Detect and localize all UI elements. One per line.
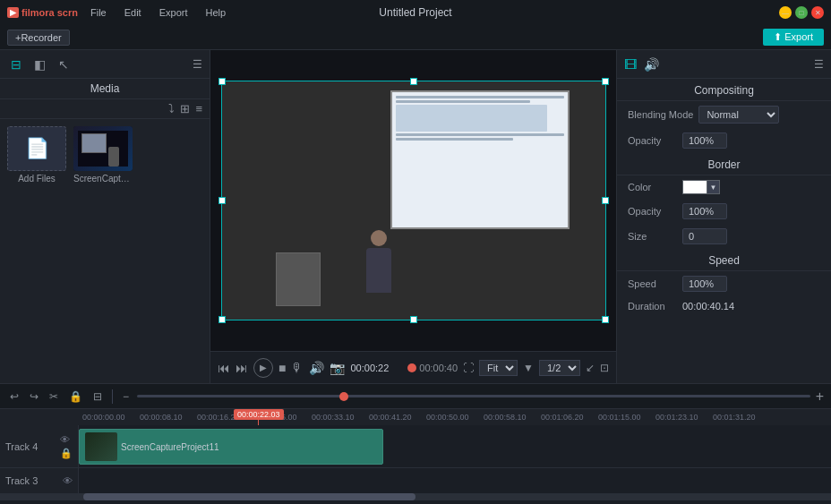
effects-tab-icon[interactable]: ◧ [30, 56, 49, 73]
recorder-button[interactable]: +Recorder [7, 30, 70, 46]
handle-bottom-left[interactable] [218, 316, 226, 323]
cut-button[interactable]: ✂ [47, 389, 61, 405]
menu-edit[interactable]: Edit [119, 5, 147, 20]
duration-row: Duration 00:00:40.14 [617, 296, 831, 316]
crop-button[interactable]: ⊡ [600, 362, 609, 374]
playhead-time-label: 00:00:22.03 [234, 409, 284, 420]
playhead-marker[interactable]: 00:00:22.03 [234, 409, 284, 425]
media-tab-icon[interactable]: ⊟ [7, 56, 25, 73]
fullscreen-button[interactable]: ⛶ [463, 362, 474, 374]
timeline-scroll-thumb[interactable] [83, 493, 416, 500]
minimize-button[interactable]: — [779, 6, 792, 19]
zoom-thumb[interactable] [339, 392, 348, 401]
menu-file[interactable]: File [85, 5, 112, 20]
border-color-dropdown[interactable]: ▼ [707, 180, 720, 194]
zoom-out-button[interactable]: − [120, 389, 132, 405]
render-button[interactable]: ↙ [586, 362, 595, 374]
speed-input[interactable]: 100% [682, 276, 727, 292]
import-icon[interactable]: ⤵ [168, 102, 175, 115]
track3-content[interactable] [79, 468, 831, 493]
handle-bottom-right[interactable] [602, 316, 609, 323]
video-screen-content [392, 92, 568, 227]
add-files-item[interactable]: 📄 Add Files [7, 126, 66, 376]
border-title: Border [617, 153, 831, 175]
media-grid: 📄 Add Files ScreenCaptureP... [0, 119, 210, 383]
ruler-tick: 00:00:50.00 [424, 413, 482, 422]
video-person [365, 230, 392, 302]
mic-button[interactable]: 🎙 [291, 361, 304, 375]
border-size-input[interactable]: 0 [682, 228, 727, 244]
close-button[interactable]: ✕ [811, 6, 824, 19]
track4-clip[interactable]: ScreenCaptureProject11 [79, 429, 383, 465]
timeline-scrollbar[interactable] [0, 493, 831, 500]
zoom-track[interactable] [137, 395, 810, 397]
border-opacity-row: Opacity 100% [617, 199, 831, 224]
handle-top-center[interactable] [410, 78, 417, 85]
step-back-button[interactable]: ⏭ [236, 361, 248, 375]
screenshot-button[interactable]: 📷 [330, 361, 345, 375]
list-view-icon[interactable]: ≡ [195, 102, 202, 115]
track3-eye-icon[interactable]: 👁 [63, 475, 73, 486]
ruler-tick: 00:01:31.20 [711, 413, 768, 422]
play-button[interactable]: ▶ [253, 358, 273, 378]
project-title: Untitled Project [379, 6, 451, 19]
blending-mode-label: Blending Mode [628, 109, 693, 120]
handle-mid-right[interactable] [602, 197, 609, 204]
fit-select[interactable]: Fit [479, 360, 518, 376]
volume-button[interactable]: 🔊 [309, 361, 324, 375]
redo-button[interactable]: ↪ [27, 389, 41, 405]
export-button[interactable]: ⬆ Export [763, 29, 824, 46]
thumb-person [108, 147, 119, 167]
undo-button[interactable]: ↩ [7, 389, 21, 405]
person-head [371, 230, 387, 246]
media-label: Media [0, 79, 210, 99]
handle-top-left[interactable] [218, 78, 226, 85]
ruler-tick: 00:01:06.20 [539, 413, 596, 422]
toolbar-divider [112, 389, 113, 404]
handle-mid-left[interactable] [218, 197, 226, 204]
grid-view-icon[interactable]: ⊞ [180, 102, 190, 115]
track4-eye-icon[interactable]: 👁 [60, 434, 73, 445]
blending-mode-row: Blending Mode Normal [617, 101, 831, 128]
add-files-icon: 📄 [25, 137, 49, 160]
rp-menu-icon[interactable]: ☰ [814, 58, 824, 71]
timeline-ruler: 00:00:22.03 00:00:00.00 00:00:08.10 00:0… [0, 409, 831, 425]
opacity-input[interactable]: 100% [682, 132, 727, 149]
track4-content[interactable]: ScreenCaptureProject11 [79, 425, 831, 467]
logo-icon: ▶ [7, 7, 19, 18]
progress-bar[interactable] [409, 366, 414, 370]
ruler-tick: 00:01:23.10 [654, 413, 711, 422]
stop-button[interactable]: ■ [278, 361, 286, 375]
rp-audio-tab[interactable]: 🔊 [644, 57, 659, 72]
zoom-in-button[interactable]: + [816, 389, 824, 405]
split-button[interactable]: ⊟ [90, 389, 105, 405]
skip-to-start-button[interactable]: ⏮ [218, 361, 230, 375]
track4-lock-icon[interactable]: 🔒 [60, 448, 73, 459]
add-files-thumb[interactable]: 📄 [7, 126, 66, 171]
handle-top-right[interactable] [602, 78, 609, 85]
video-clip-item[interactable]: ScreenCaptureP... [73, 126, 133, 376]
maximize-button[interactable]: □ [795, 6, 808, 19]
panel-menu-icon[interactable]: ☰ [193, 58, 202, 71]
border-opacity-input[interactable]: 100% [682, 203, 727, 219]
clip-thumbnail [85, 432, 117, 461]
progress-thumb[interactable] [407, 363, 416, 372]
cursor-tab-icon[interactable]: ↖ [55, 56, 73, 73]
blending-mode-select[interactable]: Normal [698, 106, 779, 124]
ruler-tick: 00:00:00.00 [81, 413, 138, 422]
border-color-swatch[interactable] [682, 180, 707, 194]
ruler-tick: 00:00:08.10 [138, 413, 195, 422]
handle-bottom-center[interactable] [410, 316, 417, 323]
track4-row: Track 4 👁 🔒 ScreenCaptureProject11 [0, 425, 831, 468]
ratio-select[interactable]: 1/2 [539, 360, 580, 376]
video-frame [221, 81, 606, 320]
menu-help[interactable]: Help [200, 5, 231, 20]
menu-export[interactable]: Export [154, 5, 193, 20]
border-size-row: Size 0 [617, 224, 831, 249]
border-opacity-label: Opacity [628, 206, 677, 217]
timeline-tracks: Track 4 👁 🔒 ScreenCaptureProject11 Track… [0, 425, 831, 493]
rp-video-tab[interactable]: 🎞 [624, 57, 637, 72]
thumb-projection [81, 133, 107, 153]
opacity-row: Opacity 100% [617, 128, 831, 153]
lock-button[interactable]: 🔒 [66, 389, 85, 405]
